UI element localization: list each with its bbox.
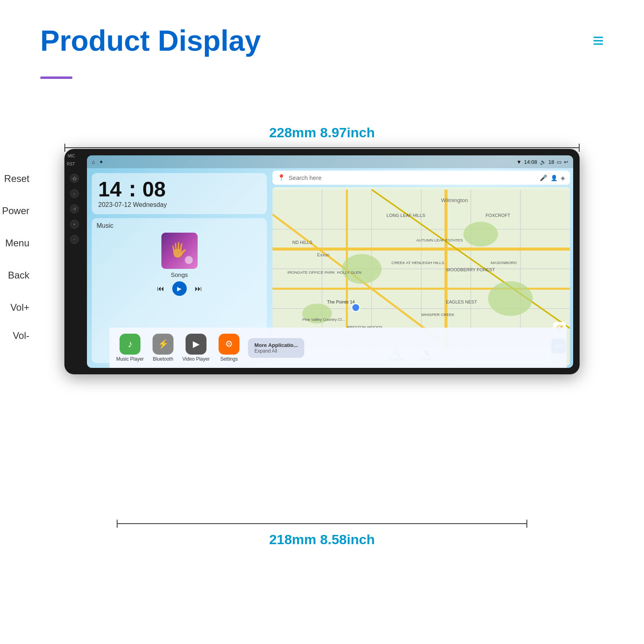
settings-label: Settings	[220, 356, 237, 362]
vol-plus-button[interactable]: +	[70, 220, 79, 229]
more-apps-title: More Applicatio...	[254, 342, 298, 348]
clock-date: 2023-07-12 Wednesday	[98, 201, 260, 208]
map-search-text: Search here	[289, 174, 537, 181]
music-player-icon: ♪	[128, 339, 132, 350]
app-music-player[interactable]: ♪ Music Player	[116, 334, 144, 362]
svg-text:WOODBERRY FOREST: WOODBERRY FOREST	[446, 267, 495, 272]
maps-icon: ✦	[99, 159, 103, 165]
hamburger-icon[interactable]: ≡	[592, 31, 604, 50]
power-button[interactable]: ⏻	[70, 174, 79, 183]
svg-text:FOXCROFT: FOXCROFT	[486, 213, 510, 218]
reset-label: Reset	[2, 173, 29, 184]
clock-widget: 14：08 2023-07-12 Wednesday	[92, 173, 267, 214]
dimension-bottom: 218mm 8.58inch	[89, 520, 555, 547]
play-button[interactable]: ▶	[172, 281, 187, 296]
back-label: Back	[2, 270, 29, 281]
vol-plus-label: Vol+	[2, 302, 29, 313]
svg-text:🖐: 🖐	[169, 241, 188, 258]
status-time: 14:08	[524, 159, 537, 165]
volume-icon: 🔊	[540, 159, 546, 165]
music-player-icon-bg: ♪	[120, 334, 140, 355]
svg-text:MASONBORO: MASONBORO	[491, 260, 517, 265]
svg-point-2	[185, 256, 193, 264]
svg-point-36	[352, 303, 360, 312]
settings-icon: ⚙	[225, 339, 233, 349]
back-icon: ↩	[564, 159, 568, 165]
bluetooth-icon-bg: ⚡	[153, 334, 173, 355]
music-player-label: Music Player	[116, 356, 144, 362]
vol-minus-button[interactable]: −	[70, 235, 79, 244]
clock-time: 14：08	[98, 179, 260, 200]
battery-icon: ▭	[557, 159, 561, 165]
video-player-icon: ▶	[193, 339, 200, 349]
decorative-line	[40, 76, 72, 79]
more-apps-subtitle: Expand All	[254, 348, 298, 354]
bluetooth-icon: ⚡	[158, 339, 169, 349]
map-search-bar[interactable]: 📍 Search here 🎤 👤 ◈	[272, 171, 570, 185]
app-video-player[interactable]: ▶ Video Player	[182, 334, 210, 362]
more-apps[interactable]: More Applicatio... Expand All	[248, 338, 304, 358]
car-screen: ⌂ ✦ ▼ 14:08 🔊 18 ▭ ↩ 14：08	[87, 155, 573, 368]
app-settings[interactable]: ⚙ Settings	[215, 334, 243, 362]
wifi-icon: ▼	[516, 159, 522, 165]
svg-text:IRONGATE OFFICE PARK: IRONGATE OFFICE PARK	[287, 270, 335, 275]
status-right: ▼ 14:08 🔊 18 ▭ ↩	[516, 159, 568, 165]
map-search-icon: 📍	[277, 174, 285, 182]
mic-label: MIC	[68, 154, 75, 158]
svg-point-18	[342, 254, 382, 284]
svg-text:CREEK AT HENLEIGH HILLS: CREEK AT HENLEIGH HILLS	[392, 260, 444, 265]
svg-point-19	[463, 222, 498, 247]
svg-text:Pine Valley Country Cl...: Pine Valley Country Cl...	[302, 317, 345, 322]
car-radio-device: MIC RST ⏻ ⌂ ↺ + − ⌂ ✦ ▼ 14:08 🔊 18	[64, 149, 580, 374]
device-wrapper: Reset Power Menu Back Vol+ Vol- 130mm 5.…	[64, 149, 580, 374]
account-icon: 👤	[551, 175, 557, 181]
video-player-icon-bg: ▶	[186, 334, 206, 355]
svg-text:ND HILLS: ND HILLS	[292, 240, 312, 245]
status-bar: ⌂ ✦ ▼ 14:08 🔊 18 ▭ ↩	[87, 155, 573, 168]
video-player-label: Video Player	[182, 356, 210, 362]
next-button[interactable]: ⏭	[195, 285, 202, 293]
svg-text:Wilmington: Wilmington	[441, 197, 468, 203]
prev-button[interactable]: ⏮	[157, 285, 164, 293]
svg-text:EAGLES NEST: EAGLES NEST	[446, 299, 477, 304]
svg-text:AUTUMN LEAF ESTATES: AUTUMN LEAF ESTATES	[416, 238, 463, 242]
device-buttons: ⏻ ⌂ ↺ + −	[70, 174, 79, 244]
svg-text:The Pointe 14: The Pointe 14	[327, 299, 355, 304]
dim-bottom-text: 218mm 8.58inch	[269, 532, 375, 547]
dimension-top: 228mm 8.97inch	[64, 125, 580, 152]
bluetooth-label: Bluetooth	[153, 356, 173, 362]
home-button[interactable]: ⌂	[70, 189, 79, 198]
side-labels: Reset Power Menu Back Vol+ Vol-	[2, 173, 29, 341]
mic-search-icon: 🎤	[540, 174, 547, 182]
music-label: Music	[97, 222, 262, 229]
layers-icon: ◈	[561, 175, 565, 181]
dim-top-text: 228mm 8.97inch	[269, 125, 375, 140]
back-button[interactable]: ↺	[70, 204, 79, 213]
svg-text:Exxon: Exxon	[317, 252, 330, 257]
menu-label: Menu	[2, 237, 29, 249]
rst-label: RST	[67, 162, 75, 166]
status-left: ⌂ ✦	[92, 159, 103, 165]
svg-point-20	[488, 281, 533, 316]
svg-text:WHISPER CREEK: WHISPER CREEK	[421, 312, 455, 317]
power-label: Power	[2, 205, 29, 217]
battery-level: 18	[549, 159, 554, 165]
music-album-art: 🖐	[161, 233, 198, 269]
home-icon: ⌂	[92, 159, 95, 165]
svg-text:HOLLY GLEN: HOLLY GLEN	[337, 270, 361, 275]
svg-text:LONG LEAF HILLS: LONG LEAF HILLS	[386, 213, 425, 218]
settings-icon-bg: ⚙	[219, 334, 239, 355]
header: Product Display ≡	[40, 24, 604, 57]
vol-minus-label: Vol-	[2, 330, 29, 341]
music-controls: ⏮ ▶ ⏭	[97, 281, 262, 296]
music-songs-label: Songs	[97, 271, 262, 278]
page-title: Product Display	[40, 24, 261, 57]
app-bluetooth[interactable]: ⚡ Bluetooth	[149, 334, 177, 362]
app-bar: ♪ Music Player ⚡ Bluetooth ▶ Video Playe…	[109, 328, 567, 368]
